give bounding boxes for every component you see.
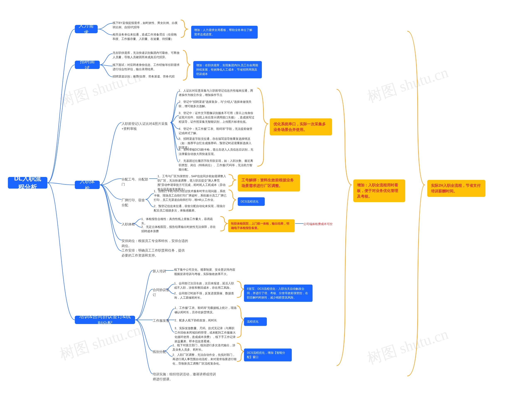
- watermark: 树图 shutu.cn: [365, 62, 451, 107]
- root-label: DL入职流程分析: [12, 174, 44, 192]
- sec-newtraining-title: 新人培训: [153, 269, 167, 274]
- interview-leaf-2: 线下面试：对应聘者身份信息、工作经验等任职需求进行综合性评估，输出录用结果。: [113, 63, 181, 71]
- mindmap-canvas: 树图 shutu.cn 树图 shutu.cn 树图 shutu.cn 树图 s…: [0, 0, 532, 399]
- branch-manpower-label: 人力需求: [79, 22, 94, 36]
- sec2-callout: 工号解绑：资料生效前根据业务场景需求进行厂区调整。: [238, 175, 300, 192]
- sec3-callout: DCS流程优化: [238, 197, 265, 206]
- sec-contract-title: 合同协议签订: [153, 287, 171, 297]
- sec1-l2: 2、登记中"招聘渠道"选择复杂，与"介绍人"选择未做强关联，增可能多次选解。: [179, 100, 253, 108]
- sec-contract-l1: 1、合同签订次日生效，次日未报道，延后入职或不入职，涉签和整回成本，存在用工风险…: [174, 281, 236, 290]
- sec3-l2: 2、预登记信息未拉通，宿舍分配自动化未实现，现场分配后员工线级多次，体验感极差。: [154, 204, 227, 213]
- sec-badge-title: 厂牌打印、宿舍分配: [121, 198, 146, 208]
- sec-newtraining-l1: 线下集中公司文化、规章制度、安全意识等内容视频宣讲培训与考核，实际验收效果不大。: [174, 268, 236, 276]
- sec4-l1: 1、体检报告合格性：真伪性线上查验工作量大，容易疏失。: [141, 217, 216, 225]
- sec4-note: 公司端体检费成本可控: [304, 222, 341, 226]
- sec1-l3: 3、登记中：证件文字图像识别服务不可用（显示上传身份证照片控件、拍照上传后显示调…: [179, 111, 256, 124]
- sec-workwear-l2: 2、配多人线下协助发放，耗时长: [175, 318, 237, 323]
- sec-contract-callout: E签宝、DCS流程优化：入职当天自动触发合同，并进行了培、考核、分舍等效前强管控…: [244, 285, 313, 302]
- right-callout-2: 实际2H入职全流程，节省支付培训薪酬时间。: [427, 180, 485, 197]
- interview-leaf-1: 无在职供需库，无法快速识别集团内可吸收、可释放人员量，导致人员被因而未成真后代招…: [113, 51, 181, 59]
- sec-allocid-title: 分配工号、分配部门: [121, 177, 151, 187]
- sec-exam-title: 入职体检: [121, 222, 136, 227]
- branch-training[interactable]: 培训&合同协议签订&线别分配: [75, 316, 135, 324]
- sec-traindo: 培训实施：组织培训活动，邀请讲师或培训师进行授课。: [153, 372, 217, 382]
- manpower-leaf-2: 相关业务单位未拉通，造成工作准备滞后（住宿饱和度、工作服存量、入职量、在途量、待…: [113, 32, 179, 41]
- branch-onboard-exam[interactable]: 入职体检: [75, 181, 100, 189]
- interview-leaf-3: 招聘渠道识别：推荐/自荐、劳务派遣、劳务代招: [113, 74, 181, 79]
- root-node[interactable]: DL入职流程分析: [8, 177, 47, 189]
- sec-preregister-title: 入职前登记/人证比对&照片采集+资料审核: [121, 121, 171, 131]
- sec1-l6: 6、资料审核DCS刷卡枪，需点击进入人员信息后识别，无法弹窗自动放大而快速呈现。: [179, 148, 253, 156]
- sec1-l4: 4、登记中：无工作服"工衣、鞋码等"字段，无法提前做登记或样式了解。: [179, 127, 253, 135]
- watermark: 树图 shutu.cn: [365, 324, 451, 369]
- sec-linealloc-title: 线别分配: [153, 349, 167, 354]
- sec-workwear-callout: 流程优化: [244, 317, 267, 326]
- sec-contract-l2: 2、合同签订时效不强，反复进度跟催、数据查询，人工跟催耗时长。: [174, 291, 236, 300]
- interview-callout: 增加：在职供需库，实现集团内DL员工生命周期持续发展，有效降低人工成本，节省招聘…: [193, 61, 262, 78]
- branch-onboard-exam-label: 入职体检: [79, 178, 96, 192]
- sec4-l2: 2、无定点体检医院，报告结果输出时效性无法保障，存在招聘成本浪费: [141, 225, 216, 233]
- branch-training-label: 培训&合同协议签订&线别分配: [79, 313, 131, 327]
- manpower-callout: 增加：人力需求全局看板，帮助业务单位了解需求达成进度。: [191, 26, 258, 39]
- sec1-callout: 优化系统串口，实际一次采集多业务场景合并使用。: [270, 118, 332, 135]
- sec1-l7: 7、无基团过往履历字段关联呈现，如：入职次数、最近离职类型、岗位（特殊岗位）、工…: [179, 159, 253, 172]
- branch-manpower[interactable]: 人力需求: [75, 25, 98, 33]
- sec3-l1: 1、自助打卡机与DCS后台技术服务时常出现问题，系统卡顿、现场员工自助打印厂牌超…: [154, 189, 227, 202]
- sec-linealloc-l1: 1、线下对接主部门，线别进行多次送代输出，涉及业务人员多、耗时长。: [172, 343, 237, 352]
- sec-workarrange: 工作安排：明确员工工作职责和任务，提供必要的工作资源和支持。: [121, 248, 186, 258]
- branch-interview[interactable]: 招聘面试: [75, 61, 100, 69]
- branch-interview-label: 招聘面试: [79, 58, 96, 72]
- right-callout-1: 增加：入职全流程用时看板，便于对业务优化管理及考核。: [353, 180, 405, 202]
- sec-assignpost: 安排岗位：根据员工专业和特长，安排合适的岗位。: [121, 238, 190, 249]
- sec1-l1: 1、人证比对应意采集与入职前登记信息共性端未拉通，两者操作为独立作业，增加操作节…: [179, 88, 253, 97]
- sec-linealloc-l2: 2、入职厂区调整，无法自动作业，先找封部门，再进行调人事范围自动流程，未对需求场…: [172, 353, 237, 366]
- sec-workwear-l3: 3、实际发放数量、尺码、款式无记录（与离职工作回收未闭域归档管理，或未配到工作服…: [175, 326, 237, 343]
- sec4-callout: 轮驻体检医院，上门统一体检，输出结果，明确电子体检报告备查。: [228, 219, 295, 232]
- manpower-leaf-1: 线下BY蓝领提报需求，如时效性、男女比例、白夜班比例、自招/代招等: [113, 21, 179, 30]
- sec-workwear-title: 工作服发放: [153, 318, 169, 323]
- sec-workwear-l1: 1、工作服"工衣、鞋码等"无载据线上统计，现场确认耗时长，且存在缺货情况。: [175, 306, 237, 314]
- sec-linealloc-callout: DCS流程优化，增加【智能分配】窗口: [244, 349, 292, 362]
- watermark: 树图 shutu.cn: [57, 67, 143, 111]
